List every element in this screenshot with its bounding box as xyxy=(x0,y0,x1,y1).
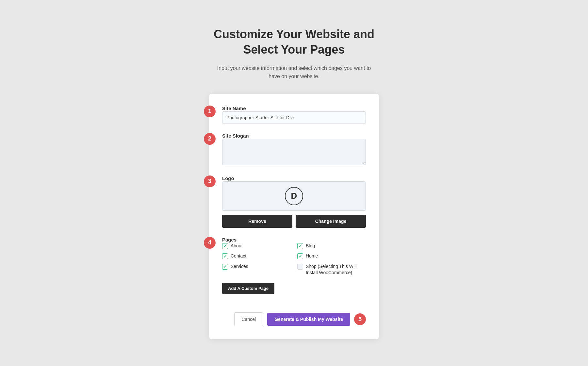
checkbox-about[interactable]: ✓ xyxy=(222,243,228,249)
page-item-services: ✓ Services xyxy=(222,263,291,276)
site-slogan-input[interactable] xyxy=(222,139,366,165)
site-name-input[interactable] xyxy=(222,111,366,124)
change-image-button[interactable]: Change Image xyxy=(296,215,366,228)
checkbox-blog[interactable]: ✓ xyxy=(297,243,303,249)
step-badge-5: 5 xyxy=(354,313,366,325)
publish-button[interactable]: Generate & Publish My Website xyxy=(267,313,350,326)
page-label-contact: Contact xyxy=(231,253,246,259)
page-item-contact: ✓ Contact xyxy=(222,253,291,259)
pages-label: Pages xyxy=(222,237,237,242)
logo-preview: D xyxy=(222,181,366,211)
cancel-button[interactable]: Cancel xyxy=(234,312,264,326)
section-site-slogan: 2 Site Slogan xyxy=(222,133,366,166)
step-badge-2: 2 xyxy=(204,133,216,145)
footer-with-badge: Generate & Publish My Website 5 xyxy=(267,313,366,326)
add-custom-page-button[interactable]: Add A Custom Page xyxy=(222,283,274,294)
site-name-label: Site Name xyxy=(222,106,246,111)
page-item-home: ✓ Home xyxy=(297,253,366,259)
checkbox-services[interactable]: ✓ xyxy=(222,264,228,270)
page-item-shop: Shop (Selecting This Will Install WooCom… xyxy=(297,263,366,276)
form-footer: Cancel Generate & Publish My Website 5 xyxy=(222,312,366,326)
remove-button[interactable]: Remove xyxy=(222,215,292,228)
logo-buttons: Remove Change Image xyxy=(222,215,366,228)
page-label-services: Services xyxy=(231,263,248,270)
step-badge-1: 1 xyxy=(204,106,216,117)
logo-label: Logo xyxy=(222,175,234,181)
step-badge-3: 3 xyxy=(204,175,216,187)
pages-grid: ✓ About ✓ Blog ✓ Contact xyxy=(222,243,366,276)
page-subtitle: Input your website information and selec… xyxy=(212,64,376,81)
form-card: 1 Site Name 2 Site Slogan 3 Logo D xyxy=(209,94,379,339)
site-slogan-label: Site Slogan xyxy=(222,133,249,139)
page-label-blog: Blog xyxy=(306,243,315,249)
page-label-shop: Shop (Selecting This Will Install WooCom… xyxy=(306,263,366,276)
checkbox-contact[interactable]: ✓ xyxy=(222,253,228,259)
page-item-blog: ✓ Blog xyxy=(297,243,366,249)
checkbox-shop[interactable] xyxy=(297,264,303,270)
logo-circle: D xyxy=(285,187,303,205)
step-badge-4: 4 xyxy=(204,237,216,249)
section-logo: 3 Logo D Remove Change Image xyxy=(222,175,366,228)
section-site-name: 1 Site Name xyxy=(222,106,366,124)
checkbox-home[interactable]: ✓ xyxy=(297,253,303,259)
page-label-about: About xyxy=(231,243,243,249)
page-wrapper: Customize Your Website and Select Your P… xyxy=(0,14,588,352)
section-pages: 4 Pages ✓ About ✓ Blog xyxy=(222,237,366,303)
page-label-home: Home xyxy=(306,253,318,259)
page-title: Customize Your Website and Select Your P… xyxy=(214,27,374,58)
page-item-about: ✓ About xyxy=(222,243,291,249)
